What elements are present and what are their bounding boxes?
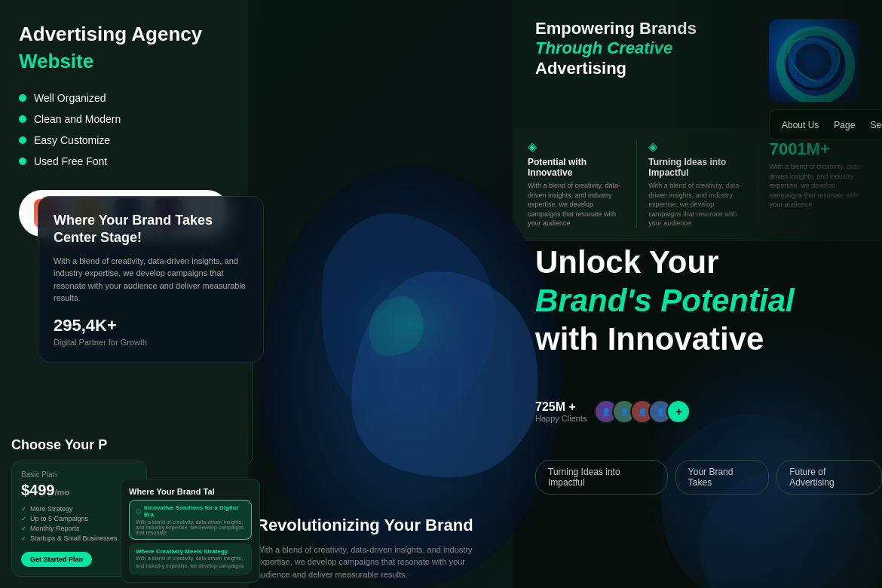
- feature-list: Well Organized Clean and Modern Easy Cus…: [19, 92, 230, 167]
- stat-icon-2: ◈: [648, 139, 746, 154]
- bullet-icon: [19, 158, 26, 165]
- bullet-icon: [19, 136, 26, 144]
- clients-label: Happy Clients: [535, 414, 586, 423]
- stat-desc-3: With a blend of creativity, data-driven …: [770, 162, 867, 210]
- stat-item-2: ◈ Turning Ideas into Impactful With a bl…: [648, 139, 746, 228]
- hero-line-2: Brand's Potential: [535, 283, 859, 318]
- feature-item: Easy Customize: [19, 134, 230, 146]
- revolutionizing-section: Revolutionizing Your Brand With a blend …: [256, 516, 482, 580]
- where-brand-label: Where Your Brand Tal: [129, 487, 252, 496]
- hero-section: Unlock Your Brand's Potential with Innov…: [513, 222, 882, 384]
- bullet-icon: [19, 94, 26, 102]
- nav-page[interactable]: Page: [834, 120, 855, 130]
- get-started-button[interactable]: Get Started Plan: [21, 552, 92, 567]
- feature-item: Well Organized: [19, 92, 230, 104]
- stat-divider-2: [758, 139, 758, 228]
- avatar-plus[interactable]: +: [666, 400, 691, 424]
- tag-future-advertising[interactable]: Future of Advertising: [776, 460, 882, 495]
- revol-desc: With a blend of creativity, data-driven …: [256, 544, 482, 581]
- feature-item: Clean and Modern: [19, 113, 230, 125]
- plan-label: Basic Plan: [21, 470, 137, 479]
- brand-card: Where Your Brand Takes Center Stage! Wit…: [38, 196, 264, 363]
- innovative-badge: ⬡ Innovative Solutions for a Digital Era…: [129, 500, 252, 540]
- agency-title: Advertising Agency: [19, 23, 230, 46]
- empowering-text: Empowering Brands: [535, 19, 769, 38]
- where-creativity-desc: With a blend of creativity, data-driven …: [136, 555, 245, 570]
- right-panel: About Us Page Services 📞 Contact Us Empo…: [513, 0, 882, 588]
- choose-plan-text: Choose Your P: [11, 437, 237, 453]
- clients-row: 725M + Happy Clients 👤 👤 👤 👤 +: [535, 400, 691, 424]
- stat-number: 7001M+: [770, 139, 867, 159]
- brand-stat-label: Digital Partner for Growth: [54, 338, 248, 347]
- through-creative-text: Through Creative: [535, 38, 769, 58]
- stat-divider-1: [636, 139, 637, 228]
- tags-row: Turning Ideas into Impactful Your Brand …: [535, 460, 882, 495]
- brand-stat: 295,4K+: [54, 316, 248, 335]
- innovative-solutions-label: Innovative Solutions for a Digital Era: [144, 504, 245, 518]
- main-container: Advertising Agency Website Well Organize…: [0, 0, 882, 588]
- nav-bar: About Us Page Services 📞 Contact Us: [769, 109, 882, 140]
- tag-your-brand[interactable]: Your Brand Takes: [675, 460, 769, 495]
- stat-desc-2: With a blend of creativity, data-driven …: [648, 181, 746, 228]
- hero-line-3: with Innovative: [535, 322, 859, 357]
- where-brand-card: Where Your Brand Tal ⬡ Innovative Soluti…: [121, 479, 260, 583]
- innovative-desc: With a blend of creativity, data-driven …: [136, 519, 245, 535]
- clients-text: 725M + Happy Clients: [535, 400, 586, 423]
- plan-price: $499/mo: [21, 482, 137, 499]
- revol-title: Revolutionizing Your Brand: [256, 516, 482, 535]
- advertising-text: Advertising: [535, 59, 769, 78]
- brand-card-title: Where Your Brand Takes Center Stage!: [54, 212, 248, 247]
- header-text-group: Empowering Brands Through Creative Adver…: [535, 19, 769, 78]
- feature-item: Used Free Font: [19, 155, 230, 167]
- header-decorative-image: [769, 19, 859, 102]
- svg-point-9: [805, 51, 823, 69]
- plan-features: More Strategy Up to 5 Campaigns Monthly …: [21, 505, 137, 542]
- nav-services[interactable]: Services: [870, 120, 882, 130]
- clients-avatars: 👤 👤 👤 👤 +: [594, 400, 691, 424]
- where-creativity-label: Where Creativity Meets Strategy: [136, 548, 245, 555]
- where-creativity-card: Where Creativity Meets Strategy With a b…: [129, 544, 252, 574]
- nav-about[interactable]: About Us: [782, 120, 819, 130]
- tag-turning-ideas[interactable]: Turning Ideas into Impactful: [535, 460, 668, 495]
- svg-point-8: [795, 41, 833, 79]
- hero-line-1: Unlock Your: [535, 245, 859, 280]
- stat-title-2: Turning Ideas into Impactful: [648, 157, 746, 178]
- swirl-svg: [776, 26, 852, 94]
- clients-number: 725M +: [535, 400, 586, 414]
- brand-card-desc: With a blend of creativity, data-driven …: [54, 255, 248, 305]
- svg-point-7: [784, 30, 844, 90]
- agency-subtitle: Website: [19, 50, 230, 73]
- stat-item-3: 7001M+ With a blend of creativity, data-…: [770, 139, 867, 210]
- bullet-icon: [19, 115, 26, 123]
